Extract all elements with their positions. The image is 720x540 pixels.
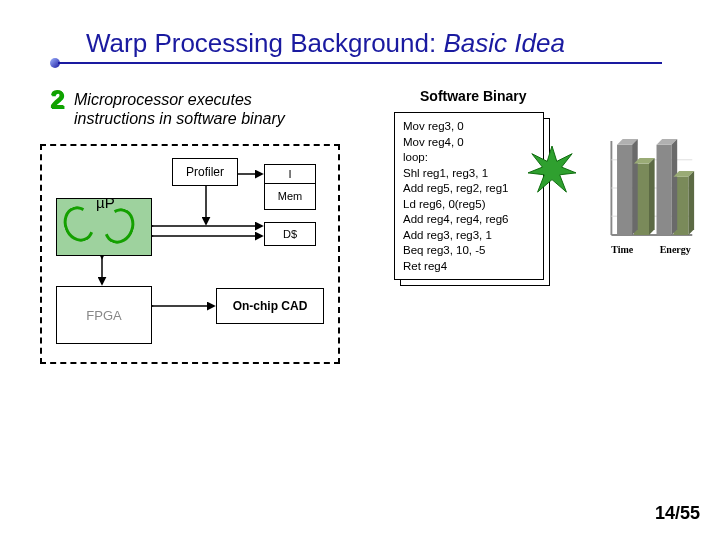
code-box: Mov reg3, 0 Mov reg4, 0 loop: Shl reg1, …	[394, 112, 544, 280]
code-line: Beq reg3, 10, -5	[403, 243, 535, 259]
imem-box: I Mem	[264, 164, 316, 210]
code-line: Ld reg6, 0(reg5)	[403, 197, 535, 213]
code-line: Shl reg1, reg3, 1	[403, 166, 535, 182]
code-line: Add reg5, reg2, reg1	[403, 181, 535, 197]
title-underline	[58, 62, 662, 64]
bar-chart	[602, 128, 696, 248]
step-text: Microprocessor executes instructions in …	[74, 90, 334, 128]
software-binary-title: Software Binary	[420, 88, 527, 104]
title-main: Warp Processing Background:	[86, 28, 443, 58]
code-line: loop:	[403, 150, 535, 166]
svg-marker-21	[672, 139, 678, 235]
fpga-box: FPGA	[56, 286, 152, 344]
dcache-box: D$	[264, 222, 316, 246]
code-line: Add reg3, reg3, 1	[403, 228, 535, 244]
code-line: Mov reg4, 0	[403, 135, 535, 151]
step-number: 2	[50, 84, 64, 115]
chip-outline: µP Profiler I Mem D$ FPGA On-chip CAD	[40, 144, 340, 364]
svg-marker-6	[528, 146, 576, 192]
page-title: Warp Processing Background: Basic Idea	[86, 28, 565, 59]
bar-label-energy: Energy	[660, 244, 691, 255]
cad-box: On-chip CAD	[216, 288, 324, 324]
svg-marker-23	[688, 171, 694, 235]
star-burst-icon	[528, 146, 576, 194]
svg-marker-15	[632, 139, 638, 235]
svg-rect-18	[657, 145, 672, 235]
code-line: Add reg4, reg4, reg6	[403, 212, 535, 228]
code-line: Ret reg4	[403, 259, 535, 275]
microprocessor-label: µP	[96, 194, 115, 211]
imem-mem-label: Mem	[265, 184, 315, 208]
imem-i-label: I	[265, 165, 315, 184]
bar-label-time: Time	[611, 244, 633, 255]
profiler-box: Profiler	[172, 158, 238, 186]
title-emph: Basic Idea	[443, 28, 564, 58]
bar-chart-labels: Time Energy	[598, 244, 704, 255]
page-number: 14/55	[655, 503, 700, 524]
svg-rect-12	[617, 145, 632, 235]
svg-marker-17	[649, 158, 655, 235]
code-line: Mov reg3, 0	[403, 119, 535, 135]
